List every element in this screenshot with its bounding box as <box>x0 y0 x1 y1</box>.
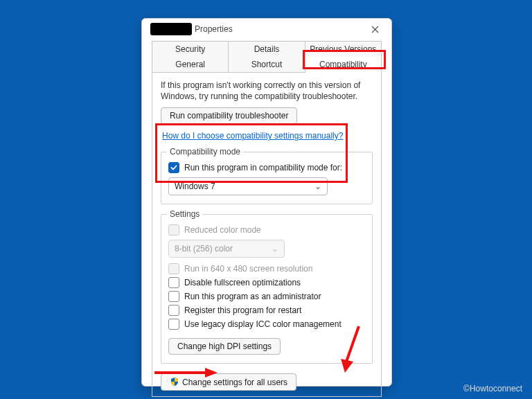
compat-os-select[interactable]: Windows 7 ⌄ <box>168 177 328 195</box>
register-restart-label: Register this program for restart <box>184 305 301 315</box>
run-as-admin-label: Run this program as an administrator <box>184 292 321 301</box>
color-depth-value: 8-bit (256) color <box>175 244 233 254</box>
tab-compatibility[interactable]: Compatibility <box>305 57 382 72</box>
settings-group-title: Settings <box>167 209 202 219</box>
compatibility-mode-group: Compatibility mode Run this program in c… <box>161 152 373 204</box>
legacy-icc-label: Use legacy display ICC color management <box>184 319 342 329</box>
watermark: ©Howtoconnect <box>463 384 522 393</box>
compat-group-title: Compatibility mode <box>167 147 243 157</box>
tab-previous-versions[interactable]: Previous Versions <box>305 41 382 57</box>
window-title: Properties <box>195 24 233 34</box>
compat-mode-label: Run this program in compatibility mode f… <box>184 163 342 172</box>
disable-fullscreen-label: Disable fullscreen optimizations <box>184 278 301 287</box>
change-all-users-button[interactable]: Change settings for all users <box>161 373 296 391</box>
properties-dialog: Properties Security Details Previous Ver… <box>141 18 392 387</box>
register-restart-checkbox[interactable] <box>168 305 179 316</box>
compat-mode-checkbox[interactable] <box>168 162 179 173</box>
tab-details[interactable]: Details <box>229 41 305 57</box>
check-icon <box>170 164 177 171</box>
app-name-redacted <box>150 23 192 35</box>
run-troubleshooter-button[interactable]: Run compatibility troubleshooter <box>161 107 297 124</box>
titlebar: Properties <box>142 19 391 39</box>
legacy-icc-checkbox[interactable] <box>168 319 179 330</box>
close-icon <box>371 26 379 33</box>
change-all-users-label: Change settings for all users <box>182 378 287 387</box>
chevron-down-icon: ⌄ <box>314 181 321 191</box>
reduced-color-label: Reduced color mode <box>184 225 261 235</box>
tab-shortcut[interactable]: Shortcut <box>229 57 305 72</box>
run-640x480-checkbox <box>168 263 179 274</box>
reduced-color-checkbox <box>168 224 179 236</box>
tab-content: If this program isn't working correctly … <box>152 72 382 397</box>
shield-icon <box>170 377 179 387</box>
tab-general[interactable]: General <box>152 57 229 72</box>
tab-security[interactable]: Security <box>152 41 229 57</box>
manual-settings-link[interactable]: How do I choose compatibility settings m… <box>162 131 343 141</box>
tab-strip: Security Details Previous Versions Gener… <box>152 41 382 397</box>
disable-fullscreen-checkbox[interactable] <box>168 277 179 288</box>
intro-text: If this program isn't working correctly … <box>161 80 373 102</box>
run-640x480-label: Run in 640 x 480 screen resolution <box>184 264 312 274</box>
settings-group: Settings Reduced color mode 8-bit (256) … <box>161 214 373 364</box>
change-dpi-button[interactable]: Change high DPI settings <box>168 338 281 355</box>
close-button[interactable] <box>362 21 387 37</box>
run-as-admin-checkbox[interactable] <box>168 291 179 302</box>
compat-os-value: Windows 7 <box>175 181 215 191</box>
chevron-down-icon: ⌄ <box>272 244 278 254</box>
color-depth-select: 8-bit (256) color ⌄ <box>168 240 285 258</box>
